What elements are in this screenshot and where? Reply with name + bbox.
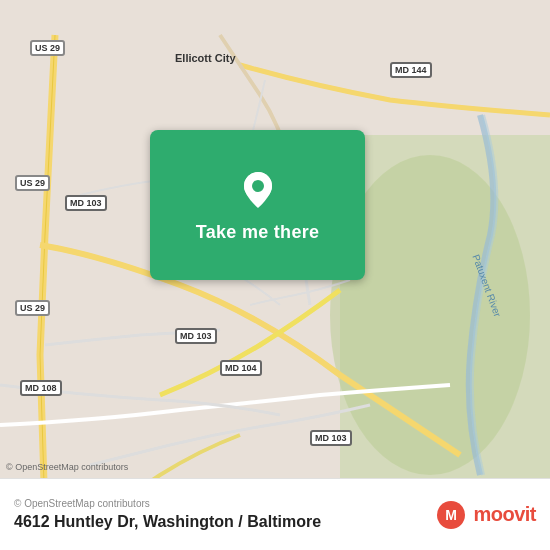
road-badge-us29-top: US 29 xyxy=(30,40,65,56)
osm-attribution: © OpenStreetMap contributors xyxy=(14,498,321,509)
bottom-bar: © OpenStreetMap contributors 4612 Huntle… xyxy=(0,478,550,550)
road-badge-md144: MD 144 xyxy=(390,62,432,78)
road-badge-md104: MD 104 xyxy=(220,360,262,376)
take-me-there-button[interactable]: Take me there xyxy=(196,222,320,243)
svg-point-3 xyxy=(252,180,264,192)
road-badge-md103-1: MD 103 xyxy=(65,195,107,211)
take-me-there-overlay[interactable]: Take me there xyxy=(150,130,365,280)
road-badge-us29-mid: US 29 xyxy=(15,175,50,191)
road-badge-md108: MD 108 xyxy=(20,380,62,396)
map-attribution: © OpenStreetMap contributors xyxy=(6,462,128,472)
svg-text:M: M xyxy=(446,507,458,523)
road-badge-us29-bot: US 29 xyxy=(15,300,50,316)
moovit-brand-label: moovit xyxy=(473,503,536,526)
address-label: 4612 Huntley Dr, Washington / Baltimore xyxy=(14,513,321,531)
city-label: Ellicott City xyxy=(175,52,236,64)
moovit-icon: M xyxy=(435,499,467,531)
location-pin-icon xyxy=(236,168,280,212)
moovit-logo: M moovit xyxy=(435,499,536,531)
road-badge-md103-3: MD 103 xyxy=(310,430,352,446)
road-badge-md103-2: MD 103 xyxy=(175,328,217,344)
address-section: © OpenStreetMap contributors 4612 Huntle… xyxy=(14,498,321,531)
map-container: Ellicott City Patuxent River US 29US 29U… xyxy=(0,0,550,550)
